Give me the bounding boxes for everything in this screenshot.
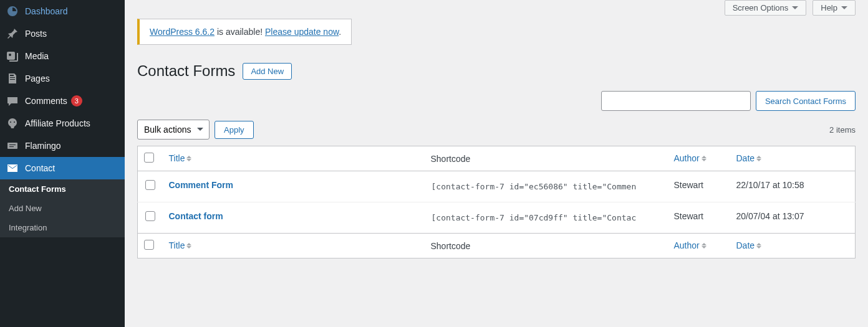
sidebar-item-media[interactable]: Media	[0, 45, 125, 67]
sidebar-item-label: Affiliate Products	[25, 118, 90, 128]
update-notice: WordPress 6.6.2 is available! Please upd…	[137, 19, 352, 45]
notice-text-end: .	[339, 27, 341, 37]
pages-icon	[6, 72, 19, 85]
table-row: Contact form Stewart 20/07/04 at 13:07	[138, 202, 856, 234]
sidebar-submenu: Contact Forms Add New Integration	[0, 179, 125, 237]
row-checkbox[interactable]	[145, 180, 155, 190]
dashboard-icon	[6, 5, 19, 17]
sidebar-item-label: Comments	[25, 96, 67, 106]
sidebar-item-dashboard[interactable]: Dashboard	[0, 0, 125, 22]
sort-icon	[756, 240, 761, 251]
affiliate-icon	[6, 117, 19, 130]
sidebar-item-label: Pages	[25, 73, 50, 83]
notice-text: is available!	[215, 27, 265, 37]
shortcode-input[interactable]	[431, 211, 662, 224]
svg-rect-2	[9, 146, 14, 147]
add-new-button[interactable]: Add New	[243, 63, 292, 80]
col-shortcode-footer: Shortcode	[425, 234, 668, 258]
col-date-footer[interactable]: Date	[730, 234, 856, 258]
comment-icon	[6, 95, 19, 107]
author-cell: Stewart	[668, 171, 730, 202]
sidebar-item-posts[interactable]: Posts	[0, 22, 125, 45]
sidebar-item-label: Flamingo	[25, 141, 61, 151]
sidebar-item-flamingo[interactable]: Flamingo	[0, 135, 125, 157]
help-label: Help	[821, 3, 837, 12]
sort-icon	[186, 240, 191, 251]
col-date-header[interactable]: Date	[730, 146, 856, 171]
col-title-header[interactable]: Title	[163, 146, 425, 171]
page-heading: Contact Forms Add New	[137, 62, 856, 80]
mail-icon	[6, 162, 19, 174]
media-icon	[6, 50, 19, 62]
sidebar-item-label: Media	[25, 51, 49, 61]
col-author-header[interactable]: Author	[668, 146, 730, 171]
sort-icon	[186, 153, 191, 164]
svg-rect-1	[9, 145, 16, 145]
comments-badge: 3	[71, 95, 82, 107]
top-right-controls: Screen Options Help	[725, 0, 856, 16]
search-button[interactable]: Search Contact Forms	[756, 91, 856, 111]
search-row: Search Contact Forms	[137, 91, 856, 111]
pin-icon	[6, 27, 19, 40]
wp-version-link[interactable]: WordPress 6.6.2	[150, 27, 215, 37]
date-cell: 22/10/17 at 10:58	[730, 171, 856, 202]
form-title-link[interactable]: Comment Form	[169, 180, 233, 190]
items-count: 2 items	[829, 125, 856, 135]
apply-button[interactable]: Apply	[215, 121, 254, 139]
bulk-row: Bulk actions Apply 2 items	[137, 120, 856, 140]
sort-icon	[702, 240, 706, 251]
screen-options-button[interactable]: Screen Options	[725, 0, 807, 16]
admin-sidebar: Dashboard Posts Media Pages Comments 3 A…	[0, 0, 125, 327]
sidebar-item-label: Contact	[25, 163, 55, 173]
date-cell: 20/07/04 at 13:07	[730, 202, 856, 234]
select-all-checkbox[interactable]	[144, 153, 154, 163]
sidebar-sub-integration[interactable]: Integration	[0, 218, 125, 237]
help-button[interactable]: Help	[813, 0, 856, 16]
main-content: Screen Options Help WordPress 6.6.2 is a…	[125, 0, 868, 327]
sidebar-item-label: Dashboard	[25, 6, 68, 16]
sidebar-item-pages[interactable]: Pages	[0, 67, 125, 90]
chevron-down-icon	[841, 6, 847, 12]
sidebar-sub-add-new[interactable]: Add New	[0, 199, 125, 218]
page-title: Contact Forms	[137, 62, 235, 80]
update-now-link[interactable]: Please update now	[265, 27, 339, 37]
bulk-actions-select[interactable]: Bulk actions	[137, 120, 210, 140]
author-cell: Stewart	[668, 202, 730, 234]
screen-options-label: Screen Options	[733, 3, 789, 12]
sort-icon	[756, 153, 761, 164]
chevron-down-icon	[792, 6, 798, 12]
sidebar-sub-contact-forms[interactable]: Contact Forms	[0, 179, 125, 199]
form-title-link[interactable]: Contact form	[169, 211, 223, 221]
search-input[interactable]	[601, 91, 751, 111]
select-all-checkbox-footer[interactable]	[144, 240, 154, 250]
sort-icon	[702, 153, 706, 164]
col-shortcode-header: Shortcode	[425, 146, 668, 171]
sidebar-item-affiliate[interactable]: Affiliate Products	[0, 112, 125, 135]
sidebar-item-contact[interactable]: Contact	[0, 157, 125, 179]
col-title-footer[interactable]: Title	[163, 234, 425, 258]
svg-rect-0	[7, 143, 17, 149]
col-author-footer[interactable]: Author	[668, 234, 730, 258]
row-checkbox[interactable]	[145, 211, 155, 221]
flamingo-icon	[6, 140, 19, 152]
shortcode-input[interactable]	[431, 180, 662, 193]
table-row: Comment Form Stewart 22/10/17 at 10:58	[138, 171, 856, 202]
sidebar-item-comments[interactable]: Comments 3	[0, 90, 125, 112]
contact-forms-table: Title Shortcode Author Date Comment Form…	[137, 146, 856, 258]
sidebar-item-label: Posts	[25, 29, 47, 39]
